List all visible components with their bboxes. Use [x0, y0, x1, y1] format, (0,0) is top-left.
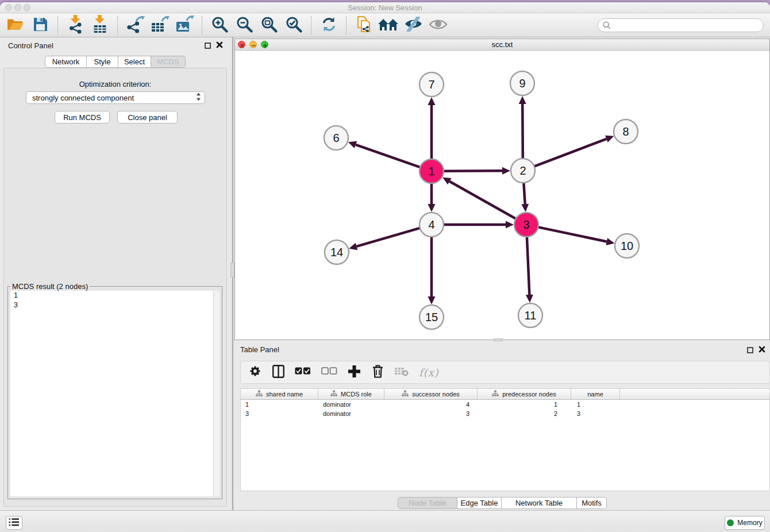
settings-gear-icon [249, 365, 261, 380]
svg-text:8: 8 [622, 125, 629, 138]
run-mcds-button[interactable]: Run MCDS [55, 111, 110, 124]
control-panel-float-icon[interactable] [203, 41, 211, 49]
export-image-button[interactable] [175, 15, 194, 36]
graph-node-7[interactable]: 7 [419, 72, 444, 97]
graph-edge-4-3[interactable] [444, 221, 514, 229]
graph-edge-2-8[interactable] [534, 136, 614, 167]
table-panel-close-icon[interactable] [758, 345, 766, 353]
graph-node-10[interactable]: 10 [615, 234, 639, 258]
graph-edge-2-3[interactable] [521, 183, 529, 212]
panel-splitter[interactable] [230, 37, 234, 510]
search-input[interactable] [598, 18, 764, 32]
settings-gear-button[interactable] [249, 364, 261, 381]
save-session-button[interactable] [30, 15, 50, 36]
graph-edge-4-14[interactable] [349, 228, 420, 250]
select-all-checkboxes-button[interactable] [295, 364, 311, 381]
split-columns-button[interactable] [272, 364, 284, 381]
graph-node-11[interactable]: 11 [518, 303, 542, 327]
clone-network-icon [356, 16, 372, 36]
import-table-button[interactable] [90, 15, 110, 36]
table-cell[interactable]: 3 [241, 409, 318, 418]
zoom-fit-button[interactable] [259, 15, 279, 36]
graph-node-1[interactable]: 1 [419, 159, 444, 183]
graph-node-3[interactable]: 3 [514, 213, 538, 237]
memory-button[interactable]: Memory [725, 516, 765, 530]
table-row[interactable]: 1dominator411 [241, 400, 769, 409]
show-panels-button[interactable] [428, 15, 448, 36]
export-network-button[interactable] [125, 15, 145, 36]
column-header-label: successor nodes [412, 391, 460, 398]
export-image-icon [175, 16, 194, 36]
select-all-checkboxes-icon [295, 367, 311, 377]
table-cell[interactable]: 3 [384, 409, 478, 418]
tab-select[interactable]: Select [118, 56, 151, 68]
status-bar: Memory [0, 510, 770, 532]
splitter-grip[interactable] [230, 263, 234, 277]
control-panel-close-icon[interactable] [215, 41, 224, 49]
tab-edge-table[interactable]: Edge Table [457, 497, 502, 509]
result-scrollbar[interactable] [213, 291, 220, 496]
zoom-in-button[interactable] [210, 15, 229, 36]
tab-mcds[interactable]: MCDS [151, 56, 186, 68]
export-table-button[interactable] [150, 15, 170, 36]
table-cell[interactable]: 4 [384, 400, 478, 409]
tab-motifs[interactable]: Motifs [577, 497, 607, 509]
graph-node-6[interactable]: 6 [324, 126, 348, 150]
node-table-body: 1dominator4113dominator323 [241, 400, 769, 418]
home-view-button[interactable] [379, 15, 398, 36]
graph-node-4[interactable]: 4 [419, 213, 444, 237]
tab-style[interactable]: Style [87, 56, 118, 68]
criterion-select[interactable]: strongly connected component [26, 91, 205, 104]
graph-node-2[interactable]: 2 [511, 159, 535, 183]
column-header-successor-nodes[interactable]: successor nodes [384, 389, 478, 400]
add-column-button[interactable] [348, 364, 361, 381]
graph-edge-2-9[interactable] [519, 96, 526, 159]
network-graph[interactable]: 7968124314101511 [235, 51, 769, 340]
graph-edge-3-1[interactable] [442, 178, 516, 219]
delete-columns-button[interactable] [371, 364, 384, 381]
mcds-result-fieldset: MCDS result (2 nodes) 13 [7, 282, 222, 499]
table-cell[interactable]: 1 [241, 400, 318, 409]
table-panel-float-icon[interactable] [746, 346, 754, 354]
zoom-selected-icon [286, 16, 302, 35]
tab-network[interactable]: Network [45, 56, 87, 68]
tab-node-table[interactable]: Node Table [398, 497, 457, 509]
graph-edge-1-4[interactable] [428, 183, 436, 212]
mcds-result-list[interactable]: 13 [10, 291, 220, 496]
zoom-out-button[interactable] [234, 15, 254, 36]
table-cell[interactable]: 1 [571, 400, 620, 409]
graph-edge-4-15[interactable] [428, 237, 436, 304]
column-header-predecessor-nodes[interactable]: predecessor nodes [478, 389, 571, 400]
graph-node-9[interactable]: 9 [510, 71, 534, 95]
hide-panels-button[interactable] [403, 15, 423, 36]
column-header-name[interactable]: name [571, 389, 620, 400]
table-cell[interactable]: 2 [478, 409, 571, 418]
column-header-shared-name[interactable]: shared name [241, 389, 318, 400]
network-canvas[interactable]: 7968124314101511 [235, 51, 769, 340]
table-row[interactable]: 3dominator323 [241, 409, 769, 418]
open-file-button[interactable] [6, 15, 25, 36]
graph-edge-1-6[interactable] [348, 141, 420, 167]
graph-edge-1-7[interactable] [428, 97, 436, 159]
table-cell[interactable]: 1 [478, 400, 571, 409]
tab-network-table[interactable]: Network Table [502, 497, 577, 509]
zoom-selected-button[interactable] [284, 15, 303, 36]
import-network-button[interactable] [66, 15, 85, 36]
graph-edge-3-10[interactable] [538, 227, 615, 245]
graph-edge-3-11[interactable] [526, 237, 533, 303]
deselect-all-checkboxes-button[interactable] [321, 364, 337, 381]
network-window-grip[interactable] [494, 338, 503, 341]
table-cell[interactable]: dominator [318, 400, 384, 409]
graph-node-15[interactable]: 15 [419, 305, 444, 329]
table-cell[interactable]: 3 [571, 409, 620, 418]
graph-node-14[interactable]: 14 [325, 240, 349, 264]
graph-node-8[interactable]: 8 [614, 119, 638, 144]
task-history-button[interactable] [6, 516, 22, 530]
table-cell[interactable]: dominator [318, 409, 384, 418]
column-header-MCDS-role[interactable]: MCDS role [318, 389, 384, 400]
toolbar-separator [117, 16, 118, 34]
clone-network-button[interactable] [354, 15, 374, 36]
refresh-view-button[interactable] [319, 15, 338, 36]
close-panel-button[interactable]: Close panel [117, 111, 178, 124]
graph-edge-1-2[interactable] [444, 167, 510, 175]
